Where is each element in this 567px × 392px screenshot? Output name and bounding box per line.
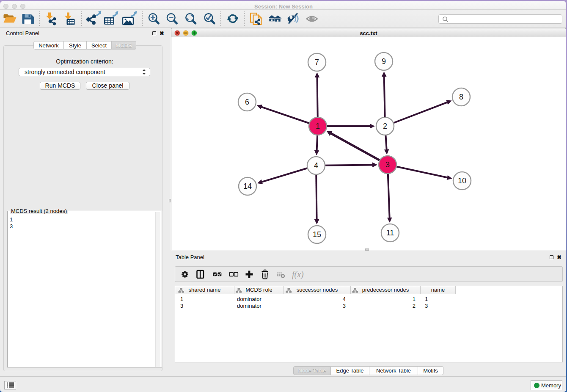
svg-text:9: 9 (382, 57, 386, 66)
svg-text:f(x): f(x) (292, 270, 304, 279)
svg-text:11: 11 (386, 229, 394, 237)
svg-text:10: 10 (458, 177, 466, 185)
svg-text:1: 1 (316, 122, 320, 130)
svg-text:2: 2 (383, 122, 387, 130)
svg-text:14: 14 (243, 182, 252, 190)
svg-text:7: 7 (315, 58, 319, 66)
svg-text:15: 15 (313, 230, 321, 239)
svg-text:3: 3 (385, 160, 390, 169)
svg-text:6: 6 (245, 98, 249, 106)
svg-text:8: 8 (459, 93, 463, 101)
svg-text:4: 4 (314, 161, 318, 170)
